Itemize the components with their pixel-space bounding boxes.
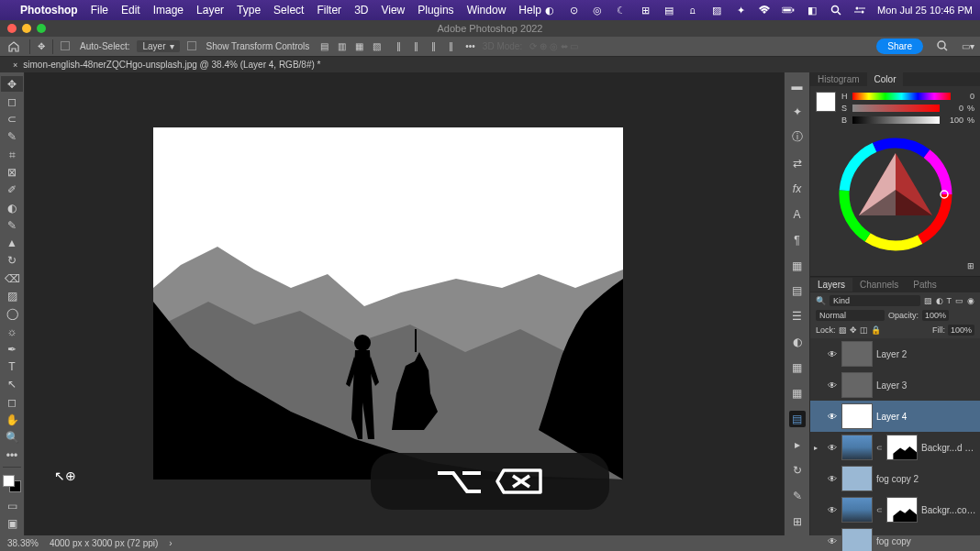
panel-icon[interactable]: ✎ [789,488,806,504]
panel-icon[interactable]: ▬ [789,78,806,94]
control-center-icon[interactable] [853,4,866,17]
autoselect-checkbox[interactable] [61,41,72,52]
wifi-icon[interactable] [758,4,771,17]
path-select-tool[interactable]: ↖ [1,377,23,392]
filter-icon[interactable]: ◐ [936,296,943,305]
status-icon[interactable]: ▤ [663,4,675,17]
align-top-icon[interactable]: ▧ [369,40,384,53]
lock-artboard-icon[interactable]: ◫ [860,325,868,335]
align-left-icon[interactable]: ▤ [317,40,331,53]
layer-visibility-icon[interactable]: 👁 [827,443,838,453]
filter-icon[interactable]: ▧ [924,296,932,305]
workspace-icon[interactable]: ▭▾ [962,41,974,51]
move-tool-icon[interactable]: ✥ [38,41,45,51]
bri-slider[interactable] [852,116,940,124]
menu-view[interactable]: View [381,4,405,17]
layer-mask-thumbnail[interactable] [886,435,918,460]
layer-row[interactable]: 👁Layer 3 [810,369,980,401]
layer-visibility-icon[interactable]: 👁 [827,474,838,484]
tab-color[interactable]: Color [867,72,904,86]
layer-row[interactable]: 👁Layer 4 [810,401,980,432]
filter-icon[interactable]: T [947,296,952,305]
layer-thumbnail[interactable] [841,403,873,429]
search-icon[interactable] [830,4,842,17]
distribute-icon[interactable]: ‖ [408,40,423,53]
layer-row[interactable]: 👁⊂Backgr...copy 2 [810,494,980,525]
filter-icon[interactable]: ▭ [955,296,963,305]
menu-layer[interactable]: Layer [196,4,224,17]
color-preview-swatch[interactable] [816,92,836,112]
layer-visibility-icon[interactable]: 👁 [827,349,838,359]
layer-thumbnail[interactable] [841,528,873,551]
status-icon[interactable]: ◧ [806,4,819,17]
menu-window[interactable]: Window [467,4,507,17]
lock-pixels-icon[interactable]: ▧ [839,325,847,335]
layer-name[interactable]: Layer 3 [876,380,976,391]
layer-row[interactable]: 👁fog copy 2 [810,463,980,494]
layer-name[interactable]: Layer 4 [876,412,976,422]
app-menu[interactable]: Photoshop [20,4,78,17]
sat-value[interactable]: 0 [943,104,963,113]
status-icon[interactable]: ⊙ [567,4,580,17]
eyedropper-tool[interactable]: ✐ [1,182,23,198]
layer-mask-thumbnail[interactable] [886,497,918,523]
panel-icon[interactable]: A [789,206,806,223]
align-right-icon[interactable]: ▦ [351,40,366,53]
zoom-level[interactable]: 38.38% [7,538,39,548]
panel-icon[interactable]: ¶ [789,232,806,248]
marquee-tool[interactable]: ◻ [1,94,23,109]
close-tab-icon[interactable]: × [13,61,17,70]
layers-list[interactable]: 👁Layer 2👁Layer 3👁Layer 4▸👁⊂Backgr...d co… [810,338,980,551]
opacity-value[interactable]: 100% [922,310,949,321]
hand-tool[interactable]: ✋ [1,412,23,427]
distribute-icon[interactable]: ‖ [426,40,440,53]
layer-thumbnail[interactable] [841,341,873,367]
autoselect-target-dropdown[interactable]: Layer▾ [137,40,179,52]
search-icon[interactable] [936,39,949,54]
lasso-tool[interactable]: ⊂ [1,112,23,127]
menu-plugins[interactable]: Plugins [418,4,453,17]
minimize-window-button[interactable] [22,24,31,33]
status-icon[interactable]: ◎ [591,4,604,17]
stamp-tool[interactable]: ▲ [1,236,23,251]
tab-channels[interactable]: Channels [852,278,906,292]
healing-tool[interactable]: ◐ [1,200,23,215]
filter-kind-dropdown[interactable]: Kind [830,295,920,306]
layer-thumbnail[interactable] [841,435,873,460]
document-tab[interactable]: × simon-english-48nerZQCHgo-unsplash.jpg… [6,58,328,72]
mask-link-icon[interactable]: ⊂ [876,506,883,514]
status-icon[interactable]: ✦ [734,4,747,17]
home-icon[interactable] [6,39,22,55]
panel-icon[interactable]: ✦ [789,104,806,120]
mask-link-icon[interactable]: ⊂ [876,444,883,452]
panel-icon[interactable]: ↻ [789,462,806,479]
panel-icon[interactable]: ⓘ [789,129,806,146]
menu-help[interactable]: Help [518,4,541,17]
sat-slider[interactable] [852,105,940,112]
status-icon[interactable]: ⩍ [686,4,699,17]
distribute-icon[interactable]: ‖ [391,40,406,53]
fill-value[interactable]: 100% [948,325,974,336]
more-options-icon[interactable]: ••• [465,41,475,51]
tab-layers[interactable]: Layers [810,278,852,292]
layer-expand-icon[interactable]: ▸ [814,444,823,452]
layer-thumbnail[interactable] [841,466,873,491]
color-wheel[interactable] [836,135,955,254]
document-dimensions[interactable]: 4000 px x 3000 px (72 ppi) [50,538,158,548]
pen-tool[interactable]: ✒ [1,341,23,357]
menubar-clock[interactable]: Mon Jul 25 10:46 PM [877,5,973,16]
panel-icon[interactable]: ▦ [789,359,806,376]
color-swatches[interactable] [3,475,21,492]
transform-controls-checkbox[interactable] [187,41,199,52]
menu-edit[interactable]: Edit [121,4,140,17]
panel-icon[interactable]: ▤ [789,283,806,300]
expand-panel-icon[interactable]: ⊞ [967,261,974,270]
layer-name[interactable]: Backgr...d copy [921,443,976,453]
dodge-tool[interactable]: ☼ [1,324,23,339]
status-icon[interactable]: ▨ [710,4,723,17]
hue-value[interactable]: 0 [954,92,974,101]
layer-visibility-icon[interactable]: 👁 [827,536,838,546]
layer-name[interactable]: fog copy 2 [876,474,976,484]
layer-thumbnail[interactable] [841,372,873,398]
panel-icon-active[interactable]: ▤ [789,411,806,427]
